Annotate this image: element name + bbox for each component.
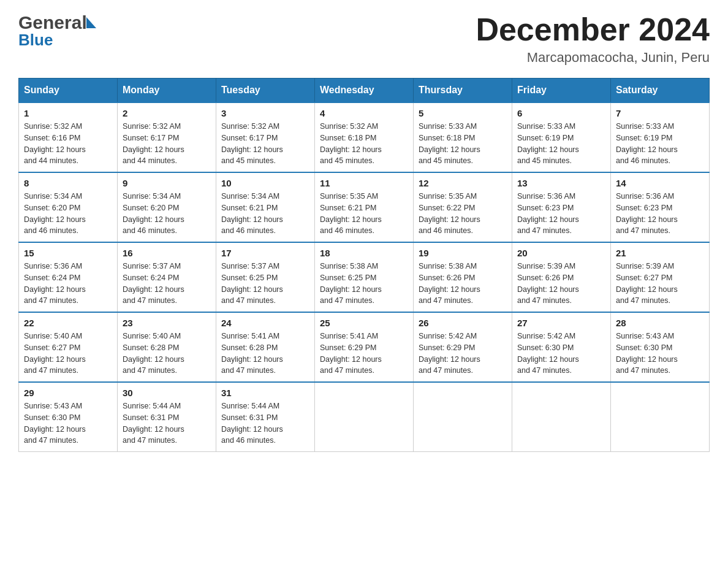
table-row: [512, 382, 611, 452]
day-number: 23: [123, 318, 211, 328]
table-row: 17Sunrise: 5:37 AMSunset: 6:25 PMDayligh…: [216, 242, 315, 312]
day-number: 17: [221, 248, 309, 258]
day-info: Sunrise: 5:34 AMSunset: 6:21 PMDaylight:…: [221, 191, 309, 237]
table-row: 18Sunrise: 5:38 AMSunset: 6:25 PMDayligh…: [315, 242, 414, 312]
table-row: 9Sunrise: 5:34 AMSunset: 6:20 PMDaylight…: [118, 172, 216, 242]
table-row: 30Sunrise: 5:44 AMSunset: 6:31 PMDayligh…: [118, 382, 216, 452]
day-info: Sunrise: 5:43 AMSunset: 6:30 PMDaylight:…: [24, 400, 112, 446]
day-info: Sunrise: 5:39 AMSunset: 6:27 PMDaylight:…: [616, 261, 704, 307]
day-info: Sunrise: 5:42 AMSunset: 6:30 PMDaylight:…: [517, 331, 605, 377]
day-number: 15: [24, 248, 112, 258]
day-info: Sunrise: 5:38 AMSunset: 6:25 PMDaylight:…: [320, 261, 408, 307]
table-row: 13Sunrise: 5:36 AMSunset: 6:23 PMDayligh…: [512, 172, 611, 242]
day-info: Sunrise: 5:39 AMSunset: 6:26 PMDaylight:…: [517, 261, 605, 307]
col-sunday: Sunday: [19, 79, 118, 103]
day-number: 22: [24, 318, 112, 328]
day-number: 12: [419, 178, 507, 188]
day-info: Sunrise: 5:37 AMSunset: 6:24 PMDaylight:…: [123, 261, 211, 307]
table-row: 2Sunrise: 5:32 AMSunset: 6:17 PMDaylight…: [118, 102, 216, 172]
table-row: 11Sunrise: 5:35 AMSunset: 6:21 PMDayligh…: [315, 172, 414, 242]
table-row: 25Sunrise: 5:41 AMSunset: 6:29 PMDayligh…: [315, 312, 414, 382]
logo-text-blue: Blue: [18, 31, 53, 50]
logo: General Blue: [18, 12, 96, 50]
day-info: Sunrise: 5:38 AMSunset: 6:26 PMDaylight:…: [419, 261, 507, 307]
logo-arrow-icon: [86, 17, 96, 28]
day-info: Sunrise: 5:33 AMSunset: 6:18 PMDaylight:…: [419, 121, 507, 167]
calendar-week-row: 8Sunrise: 5:34 AMSunset: 6:20 PMDaylight…: [19, 172, 710, 242]
day-info: Sunrise: 5:42 AMSunset: 6:29 PMDaylight:…: [419, 331, 507, 377]
table-row: 28Sunrise: 5:43 AMSunset: 6:30 PMDayligh…: [611, 312, 710, 382]
day-info: Sunrise: 5:44 AMSunset: 6:31 PMDaylight:…: [221, 400, 309, 446]
day-number: 31: [221, 388, 309, 398]
day-info: Sunrise: 5:32 AMSunset: 6:18 PMDaylight:…: [320, 121, 408, 167]
table-row: 20Sunrise: 5:39 AMSunset: 6:26 PMDayligh…: [512, 242, 611, 312]
day-info: Sunrise: 5:33 AMSunset: 6:19 PMDaylight:…: [616, 121, 704, 167]
day-number: 14: [616, 178, 704, 188]
day-number: 1: [24, 108, 112, 118]
table-row: 24Sunrise: 5:41 AMSunset: 6:28 PMDayligh…: [216, 312, 315, 382]
col-thursday: Thursday: [414, 79, 512, 103]
day-number: 21: [616, 248, 704, 258]
table-row: 22Sunrise: 5:40 AMSunset: 6:27 PMDayligh…: [19, 312, 118, 382]
day-number: 25: [320, 318, 408, 328]
day-number: 16: [123, 248, 211, 258]
table-row: 31Sunrise: 5:44 AMSunset: 6:31 PMDayligh…: [216, 382, 315, 452]
day-number: 8: [24, 178, 112, 188]
calendar-week-row: 1Sunrise: 5:32 AMSunset: 6:16 PMDaylight…: [19, 102, 710, 172]
day-info: Sunrise: 5:34 AMSunset: 6:20 PMDaylight:…: [24, 191, 112, 237]
table-row: 16Sunrise: 5:37 AMSunset: 6:24 PMDayligh…: [118, 242, 216, 312]
day-info: Sunrise: 5:32 AMSunset: 6:17 PMDaylight:…: [123, 121, 211, 167]
table-row: 6Sunrise: 5:33 AMSunset: 6:19 PMDaylight…: [512, 102, 611, 172]
calendar-week-row: 29Sunrise: 5:43 AMSunset: 6:30 PMDayligh…: [19, 382, 710, 452]
day-info: Sunrise: 5:41 AMSunset: 6:28 PMDaylight:…: [221, 331, 309, 377]
table-row: 29Sunrise: 5:43 AMSunset: 6:30 PMDayligh…: [19, 382, 118, 452]
table-row: 26Sunrise: 5:42 AMSunset: 6:29 PMDayligh…: [414, 312, 512, 382]
table-row: 4Sunrise: 5:32 AMSunset: 6:18 PMDaylight…: [315, 102, 414, 172]
table-row: 19Sunrise: 5:38 AMSunset: 6:26 PMDayligh…: [414, 242, 512, 312]
col-monday: Monday: [118, 79, 216, 103]
table-row: 5Sunrise: 5:33 AMSunset: 6:18 PMDaylight…: [414, 102, 512, 172]
day-info: Sunrise: 5:36 AMSunset: 6:23 PMDaylight:…: [517, 191, 605, 237]
col-friday: Friday: [512, 79, 611, 103]
day-number: 20: [517, 248, 605, 258]
table-row: 14Sunrise: 5:36 AMSunset: 6:23 PMDayligh…: [611, 172, 710, 242]
day-info: Sunrise: 5:37 AMSunset: 6:25 PMDaylight:…: [221, 261, 309, 307]
day-number: 7: [616, 108, 704, 118]
day-number: 27: [517, 318, 605, 328]
day-info: Sunrise: 5:40 AMSunset: 6:28 PMDaylight:…: [123, 331, 211, 377]
page-header: General Blue December 2024 Marcapomacoch…: [18, 12, 710, 66]
day-number: 9: [123, 178, 211, 188]
day-info: Sunrise: 5:33 AMSunset: 6:19 PMDaylight:…: [517, 121, 605, 167]
day-number: 10: [221, 178, 309, 188]
day-info: Sunrise: 5:43 AMSunset: 6:30 PMDaylight:…: [616, 331, 704, 377]
table-row: 12Sunrise: 5:35 AMSunset: 6:22 PMDayligh…: [414, 172, 512, 242]
day-number: 4: [320, 108, 408, 118]
day-info: Sunrise: 5:40 AMSunset: 6:27 PMDaylight:…: [24, 331, 112, 377]
day-number: 24: [221, 318, 309, 328]
day-number: 26: [419, 318, 507, 328]
day-info: Sunrise: 5:35 AMSunset: 6:22 PMDaylight:…: [419, 191, 507, 237]
table-row: [611, 382, 710, 452]
day-number: 29: [24, 388, 112, 398]
day-info: Sunrise: 5:36 AMSunset: 6:24 PMDaylight:…: [24, 261, 112, 307]
calendar-header-row: Sunday Monday Tuesday Wednesday Thursday…: [19, 79, 710, 103]
day-number: 18: [320, 248, 408, 258]
table-row: 7Sunrise: 5:33 AMSunset: 6:19 PMDaylight…: [611, 102, 710, 172]
col-wednesday: Wednesday: [315, 79, 414, 103]
logo-text-general: General: [18, 12, 87, 33]
table-row: 15Sunrise: 5:36 AMSunset: 6:24 PMDayligh…: [19, 242, 118, 312]
location-title: Marcapomacocha, Junin, Peru: [476, 50, 710, 66]
table-row: 3Sunrise: 5:32 AMSunset: 6:17 PMDaylight…: [216, 102, 315, 172]
table-row: 27Sunrise: 5:42 AMSunset: 6:30 PMDayligh…: [512, 312, 611, 382]
day-number: 2: [123, 108, 211, 118]
col-tuesday: Tuesday: [216, 79, 315, 103]
calendar-week-row: 15Sunrise: 5:36 AMSunset: 6:24 PMDayligh…: [19, 242, 710, 312]
day-number: 30: [123, 388, 211, 398]
day-number: 28: [616, 318, 704, 328]
day-number: 11: [320, 178, 408, 188]
day-info: Sunrise: 5:36 AMSunset: 6:23 PMDaylight:…: [616, 191, 704, 237]
day-info: Sunrise: 5:32 AMSunset: 6:17 PMDaylight:…: [221, 121, 309, 167]
table-row: [315, 382, 414, 452]
day-info: Sunrise: 5:35 AMSunset: 6:21 PMDaylight:…: [320, 191, 408, 237]
day-info: Sunrise: 5:44 AMSunset: 6:31 PMDaylight:…: [123, 400, 211, 446]
